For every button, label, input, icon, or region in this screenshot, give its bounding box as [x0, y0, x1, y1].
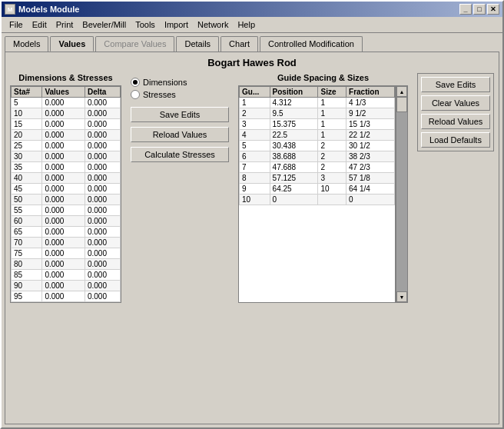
dim-value-cell[interactable]: 0.000	[42, 227, 85, 238]
dim-delta-cell[interactable]: 0.000	[85, 281, 120, 291]
tab-values[interactable]: Values	[50, 36, 94, 52]
dim-sta-cell[interactable]: 5	[12, 98, 42, 108]
menu-edit[interactable]: Edit	[28, 18, 51, 31]
guide-position-cell[interactable]: 22.5	[270, 130, 318, 141]
dim-delta-cell[interactable]: 0.000	[85, 173, 120, 184]
guide-num-cell[interactable]: 8	[240, 173, 270, 184]
dim-delta-cell[interactable]: 0.000	[85, 151, 120, 162]
guide-row[interactable]: 638.688238 2/3	[240, 151, 395, 162]
guide-row[interactable]: 29.519 1/2	[240, 108, 395, 119]
dimensions-row[interactable]: 450.0000.000	[12, 184, 121, 195]
guide-num-cell[interactable]: 10	[240, 195, 270, 205]
dim-sta-cell[interactable]: 25	[12, 141, 42, 151]
dim-delta-cell[interactable]: 0.000	[85, 119, 120, 130]
tab-details[interactable]: Details	[176, 36, 219, 52]
clear-values-button[interactable]: Clear Values	[421, 95, 490, 111]
menu-tools[interactable]: Tools	[131, 18, 160, 31]
guide-position-cell[interactable]: 0	[270, 195, 318, 205]
dimensions-row[interactable]: 750.0000.000	[12, 248, 121, 259]
guide-position-cell[interactable]: 38.688	[270, 151, 318, 162]
dim-sta-cell[interactable]: 90	[12, 281, 42, 291]
guide-size-cell[interactable]: 1	[318, 108, 346, 119]
reload-values-button-left[interactable]: Reload Values	[131, 127, 229, 142]
guide-row[interactable]: 422.5122 1/2	[240, 130, 395, 141]
dim-sta-cell[interactable]: 70	[12, 238, 42, 248]
guide-num-cell[interactable]: 9	[240, 184, 270, 195]
dim-value-cell[interactable]: 0.000	[42, 195, 85, 205]
guide-size-cell[interactable]: 2	[318, 162, 346, 173]
dim-delta-cell[interactable]: 0.000	[85, 291, 120, 302]
maximize-button[interactable]: □	[473, 4, 486, 15]
dim-sta-cell[interactable]: 10	[12, 108, 42, 119]
dim-sta-cell[interactable]: 30	[12, 151, 42, 162]
load-defaults-button[interactable]: Load Defaults	[421, 132, 490, 148]
guide-size-cell[interactable]: 3	[318, 173, 346, 184]
guide-fraction-cell[interactable]: 0	[346, 195, 395, 205]
guide-fraction-cell[interactable]: 15 1/3	[346, 119, 395, 130]
guide-position-cell[interactable]: 4.312	[270, 98, 318, 108]
guide-fraction-cell[interactable]: 4 1/3	[346, 98, 395, 108]
guide-fraction-cell[interactable]: 47 2/3	[346, 162, 395, 173]
guide-fraction-cell[interactable]: 38 2/3	[346, 151, 395, 162]
dim-value-cell[interactable]: 0.000	[42, 130, 85, 141]
dim-sta-cell[interactable]: 20	[12, 130, 42, 141]
dim-sta-cell[interactable]: 45	[12, 184, 42, 195]
dim-sta-cell[interactable]: 75	[12, 248, 42, 259]
dim-value-cell[interactable]: 0.000	[42, 162, 85, 173]
guide-fraction-cell[interactable]: 9 1/2	[346, 108, 395, 119]
dim-sta-cell[interactable]: 60	[12, 216, 42, 227]
guide-num-cell[interactable]: 6	[240, 151, 270, 162]
dim-delta-cell[interactable]: 0.000	[85, 205, 120, 216]
menu-beveler[interactable]: Beveler/Mill	[78, 18, 131, 31]
guide-size-cell[interactable]	[318, 195, 346, 205]
dim-sta-cell[interactable]: 15	[12, 119, 42, 130]
guide-size-cell[interactable]: 1	[318, 98, 346, 108]
radio-dimensions-circle[interactable]	[131, 78, 140, 87]
save-edits-button-right[interactable]: Save Edits	[421, 77, 490, 92]
guide-row[interactable]: 1000	[240, 195, 395, 205]
guide-fraction-cell[interactable]: 57 1/8	[346, 173, 395, 184]
guide-row[interactable]: 964.251064 1/4	[240, 184, 395, 195]
guide-fraction-cell[interactable]: 30 1/2	[346, 141, 395, 151]
dimensions-row[interactable]: 700.0000.000	[12, 238, 121, 248]
dim-sta-cell[interactable]: 85	[12, 270, 42, 281]
calculate-stresses-button[interactable]: Calculate Stresses	[131, 147, 229, 162]
scroll-down-button[interactable]: ▼	[396, 291, 407, 302]
guide-num-cell[interactable]: 2	[240, 108, 270, 119]
dimensions-row[interactable]: 550.0000.000	[12, 205, 121, 216]
menu-file[interactable]: File	[5, 18, 28, 31]
guide-size-cell[interactable]: 1	[318, 119, 346, 130]
dim-value-cell[interactable]: 0.000	[42, 216, 85, 227]
guide-row[interactable]: 315.375115 1/3	[240, 119, 395, 130]
guide-num-cell[interactable]: 5	[240, 141, 270, 151]
dim-delta-cell[interactable]: 0.000	[85, 98, 120, 108]
dim-delta-cell[interactable]: 0.000	[85, 270, 120, 281]
tab-models[interactable]: Models	[5, 36, 48, 52]
dimensions-row[interactable]: 900.0000.000	[12, 281, 121, 291]
dimensions-row[interactable]: 950.0000.000	[12, 291, 121, 302]
dim-value-cell[interactable]: 0.000	[42, 184, 85, 195]
dim-sta-cell[interactable]: 80	[12, 259, 42, 270]
dim-value-cell[interactable]: 0.000	[42, 291, 85, 302]
dim-value-cell[interactable]: 0.000	[42, 205, 85, 216]
dimensions-row[interactable]: 100.0000.000	[12, 108, 121, 119]
guide-position-cell[interactable]: 57.125	[270, 173, 318, 184]
scroll-thumb[interactable]	[396, 97, 407, 112]
dim-delta-cell[interactable]: 0.000	[85, 130, 120, 141]
dimensions-row[interactable]: 50.0000.000	[12, 98, 121, 108]
dim-delta-cell[interactable]: 0.000	[85, 238, 120, 248]
dim-delta-cell[interactable]: 0.000	[85, 141, 120, 151]
close-button[interactable]: ✕	[487, 4, 499, 15]
scroll-up-button[interactable]: ▲	[396, 86, 407, 97]
dim-value-cell[interactable]: 0.000	[42, 108, 85, 119]
dim-value-cell[interactable]: 0.000	[42, 119, 85, 130]
dim-value-cell[interactable]: 0.000	[42, 141, 85, 151]
dimensions-row[interactable]: 350.0000.000	[12, 162, 121, 173]
guide-scrollbar[interactable]: ▲ ▼	[396, 85, 408, 303]
guide-num-cell[interactable]: 7	[240, 162, 270, 173]
guide-position-cell[interactable]: 9.5	[270, 108, 318, 119]
dim-sta-cell[interactable]: 55	[12, 205, 42, 216]
radio-stresses-circle[interactable]	[131, 90, 140, 99]
guide-fraction-cell[interactable]: 64 1/4	[346, 184, 395, 195]
guide-row[interactable]: 857.125357 1/8	[240, 173, 395, 184]
